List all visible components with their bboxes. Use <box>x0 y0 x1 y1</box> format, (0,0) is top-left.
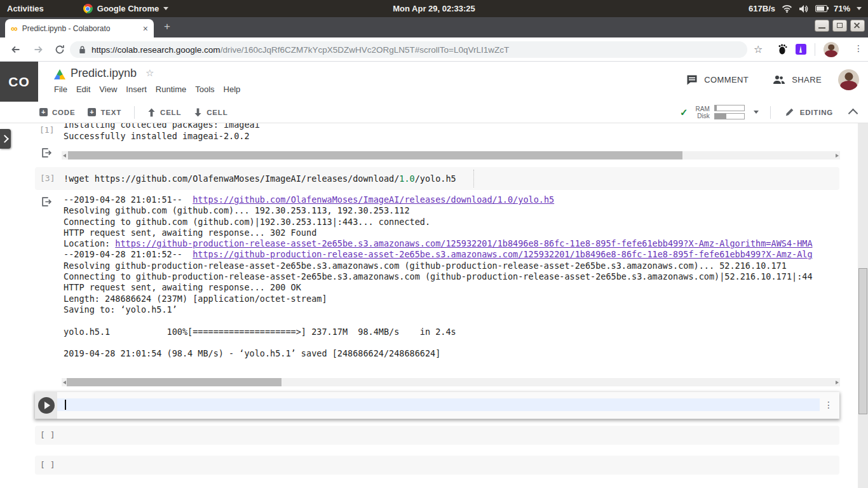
active-editor-line[interactable] <box>57 398 820 411</box>
menu-item[interactable]: Runtime <box>156 85 186 94</box>
toolbar-divider <box>815 43 815 56</box>
chevron-down-icon[interactable] <box>754 111 759 114</box>
system-indicators[interactable]: 617B/s 71% <box>749 0 862 17</box>
horizontal-scrollbar[interactable] <box>62 151 840 159</box>
output-text: Connecting to github-production-release-… <box>64 271 813 281</box>
scroll-right-icon[interactable] <box>836 154 839 158</box>
colab-favicon: ∞ <box>11 24 18 33</box>
output-link[interactable]: https://github.com/OlafenwaMoses/ImageAI… <box>193 194 554 205</box>
output-link[interactable]: https://github-production-release-asset-… <box>193 249 812 259</box>
menu-bar: FileEditViewInsertRuntimeToolsHelp <box>54 85 240 94</box>
comment-button[interactable]: COMMENT <box>686 74 749 85</box>
bookmark-star-icon[interactable]: ☆ <box>754 43 763 55</box>
output-link[interactable]: https://github-production-release-asset-… <box>115 238 812 248</box>
output-icon[interactable] <box>41 147 52 158</box>
menu-item[interactable]: File <box>54 85 67 94</box>
browser-menu-icon[interactable]: ⋮ <box>854 43 863 53</box>
collapse-toolbar-icon[interactable] <box>848 109 858 119</box>
url-text: https://colab.research.google.com/drive/… <box>92 45 509 55</box>
new-tab-button[interactable]: + <box>164 20 170 33</box>
tab-close-icon[interactable]: × <box>143 24 148 34</box>
disk-gauge <box>714 113 745 119</box>
back-icon[interactable] <box>10 44 21 55</box>
disk-label: Disk <box>696 112 710 119</box>
console-line: Saving to: ‘yolo.h5.1’ <box>64 304 843 315</box>
volume-icon <box>799 4 809 13</box>
wifi-icon <box>782 4 792 13</box>
toolbar-divider <box>134 106 135 119</box>
code-editor[interactable]: ⋮ <box>57 392 839 419</box>
scroll-right-icon[interactable] <box>836 381 839 384</box>
menu-item[interactable]: Help <box>224 85 241 94</box>
add-text-button[interactable]: + TEXT <box>88 108 121 116</box>
open-sidebar-button[interactable] <box>0 129 11 149</box>
exec-count-label: [ ] <box>40 460 55 470</box>
cell-up-label: CELL <box>160 109 181 116</box>
horizontal-scrollbar[interactable] <box>62 378 840 386</box>
column-ruler <box>473 170 474 187</box>
empty-code-cell[interactable]: [ ] <box>35 426 839 445</box>
scrollbar-thumb[interactable] <box>68 151 682 159</box>
cell-menu-icon[interactable]: ⋮ <box>824 400 833 410</box>
lighthouse-extension-icon[interactable] <box>796 44 806 55</box>
browser-tab[interactable]: ∞ Predict.ipynb - Colaborato × <box>5 19 154 37</box>
forward-icon[interactable] <box>33 44 44 55</box>
resource-gauges[interactable] <box>714 105 745 119</box>
scroll-left-icon[interactable] <box>63 154 66 158</box>
star-notebook-icon[interactable]: ☆ <box>146 67 154 79</box>
code-line[interactable]: !wget https://github.com/OlafenwaMoses/I… <box>64 173 456 184</box>
code-cell[interactable]: [3] !wget https://github.com/OlafenwaMos… <box>35 167 839 190</box>
address-bar[interactable]: https://colab.research.google.com/drive/… <box>70 41 747 58</box>
tab-title: Predict.ipynb - Colaborato <box>22 24 140 33</box>
browser-profile-avatar[interactable] <box>824 42 839 57</box>
scrollbar-thumb[interactable] <box>858 268 867 414</box>
activities-button[interactable]: Activities <box>7 4 44 13</box>
editing-label[interactable]: EDITING <box>800 109 833 116</box>
share-button[interactable]: SHARE <box>773 75 822 85</box>
ram-label: RAM <box>696 105 710 112</box>
run-cell-button[interactable] <box>38 397 55 414</box>
console-line: Length: 248686624 (237M) [application/oc… <box>64 294 843 304</box>
output-text: Location: <box>64 238 115 248</box>
minimize-icon[interactable] <box>815 20 829 32</box>
menu-item[interactable]: Insert <box>126 85 147 94</box>
browser-tab-strip: ∞ Predict.ipynb - Colaborato × + <box>0 17 868 37</box>
output-text: Length: 248686624 (237M) [application/oc… <box>64 294 327 304</box>
menu-item[interactable]: Edit <box>76 85 90 94</box>
output-text: 2019-04-28 21:01:54 (98.4 MB/s) - ‘yolo.… <box>64 348 440 358</box>
output-icon[interactable] <box>41 196 52 207</box>
cell-up-button[interactable]: CELL <box>147 108 181 117</box>
add-code-label: CODE <box>52 109 75 116</box>
share-label: SHARE <box>792 75 822 85</box>
cell-down-button[interactable]: CELL <box>194 108 227 117</box>
colab-logo[interactable]: CO <box>0 62 38 102</box>
empty-code-cell[interactable]: [ ] <box>35 456 839 475</box>
drive-icon <box>54 69 65 79</box>
output-text: Connecting to github.com (github.com)|19… <box>64 217 430 227</box>
comment-icon <box>686 74 698 85</box>
menu-item[interactable]: View <box>99 85 117 94</box>
clock[interactable]: Mon Apr 29, 02:33:25 <box>393 4 475 13</box>
maximize-icon[interactable] <box>832 20 847 32</box>
add-code-button[interactable]: + CODE <box>39 108 75 116</box>
vertical-scrollbar[interactable] <box>858 123 868 488</box>
console-line: Location: https://github-production-rele… <box>64 238 843 249</box>
scroll-left-icon[interactable] <box>63 381 66 384</box>
exec-count-label: [ ] <box>40 430 55 440</box>
lock-icon <box>79 46 86 54</box>
reload-icon[interactable] <box>55 44 65 55</box>
scrollbar-thumb[interactable] <box>67 378 281 386</box>
active-code-cell[interactable]: ⋮ <box>35 392 839 419</box>
close-icon[interactable] <box>850 20 865 32</box>
ram-disk-labels: RAM Disk <box>696 105 710 119</box>
pencil-icon[interactable] <box>785 107 794 117</box>
console-line: Connecting to github-production-release-… <box>64 271 843 282</box>
chevron-down-icon <box>163 7 168 10</box>
app-menu-button[interactable]: Google Chrome <box>83 4 169 13</box>
notebook-title[interactable]: Predict.ipynb <box>71 67 137 80</box>
menu-item[interactable]: Tools <box>195 85 214 94</box>
console-line: HTTP request sent, awaiting response... … <box>64 227 843 238</box>
output-line: Successfully installed imageai-2.0.2 <box>64 131 260 142</box>
gnome-extension-icon[interactable] <box>778 44 788 55</box>
account-avatar[interactable] <box>838 69 859 90</box>
